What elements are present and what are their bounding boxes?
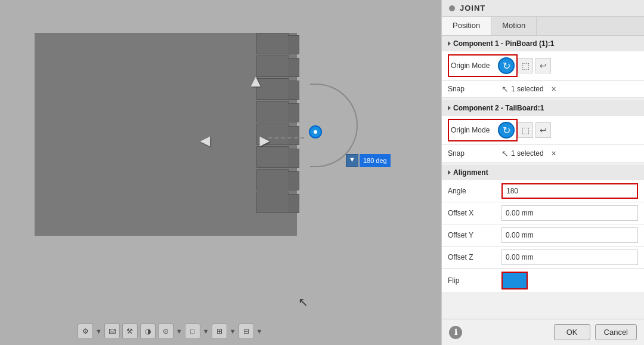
tooth-7	[256, 169, 289, 190]
panel-title-dot	[449, 5, 455, 11]
component2-snap-label: Snap	[448, 149, 501, 158]
toolbar-btn-4[interactable]: ◑	[140, 324, 156, 339]
tooth-1	[256, 33, 289, 54]
offset-z-value-container	[501, 249, 638, 265]
deg-value: 180 deg	[360, 154, 391, 167]
panel-footer: ℹ OK Cancel	[442, 319, 644, 345]
component2-cursor-icon: ↖	[501, 149, 509, 158]
tooth-8	[256, 192, 289, 213]
offset-z-input[interactable]	[501, 249, 638, 265]
component1-origin-mode-label: Origin Mode	[451, 61, 496, 70]
component1-header: Component 1 - PinBoard (1):1	[442, 36, 644, 51]
component2-origin-mode-label: Origin Mode	[451, 126, 496, 134]
component2-icon-btn-2[interactable]: ↩	[535, 122, 551, 138]
offset-y-input[interactable]	[501, 227, 638, 243]
tabs-container: Position Motion	[442, 17, 644, 36]
component1-origin-mode-btn[interactable]	[498, 57, 515, 74]
panel-title: JOINT	[460, 4, 485, 13]
component1-origin-mode-row: Origin Mode ⬚ ↩	[442, 51, 644, 81]
component1-snap-row: Snap ↖ 1 selected ×	[442, 81, 644, 98]
component1-origin-mode-box: Origin Mode	[448, 54, 518, 77]
tab-position[interactable]: Position	[442, 17, 491, 35]
tooth-4	[256, 101, 289, 122]
alignment-header: Alignment	[442, 165, 644, 180]
panel-content: Component 1 - PinBoard (1):1 Origin Mode…	[442, 36, 644, 319]
triangle-icon-2	[448, 106, 451, 110]
offset-y-row: Offset Y	[442, 224, 644, 247]
cancel-button[interactable]: Cancel	[595, 324, 637, 340]
info-button[interactable]: ℹ	[449, 326, 462, 339]
component2-origin-mode-btn[interactable]	[498, 122, 515, 138]
bottom-toolbar: ⚙ ▼ 🖂 ⚒ ◑ ⊙ ▼ □ ▼ ⊞ ▼ ⊟ ▼	[78, 324, 262, 339]
angle-label: Angle	[448, 187, 501, 195]
toolbar-btn-3[interactable]: ⚒	[122, 324, 138, 339]
toolbar-btn-2[interactable]: 🖂	[104, 324, 120, 339]
arrow-right-icon: ►	[256, 131, 273, 150]
toolbar-btn-7[interactable]: ⊞	[212, 324, 227, 339]
offset-z-row: Offset Z	[442, 247, 644, 269]
offset-x-input[interactable]	[501, 205, 638, 221]
component2-origin-mode-box: Origin Mode	[448, 119, 518, 141]
offset-x-row: Offset X	[442, 202, 644, 224]
component2-header: Component 2 - TailBoard:1	[442, 100, 644, 116]
flip-label: Flip	[448, 276, 501, 285]
component2-origin-icons: ⬚ ↩	[518, 122, 638, 138]
component1-cursor-icon: ↖	[501, 84, 509, 94]
connector-line	[268, 137, 304, 138]
angle-row: Angle	[442, 180, 644, 202]
flip-toggle-box	[501, 272, 528, 289]
cursor-icon: ↖	[298, 295, 308, 309]
flip-toggle-btn[interactable]	[503, 273, 527, 288]
angle-value-container	[501, 183, 638, 199]
component2-icon-btn-1[interactable]: ⬚	[518, 122, 533, 138]
offset-y-value-container	[501, 227, 638, 243]
offset-z-label: Offset Z	[448, 253, 501, 261]
flip-row: Flip	[442, 269, 644, 293]
panel-header: JOINT	[442, 0, 644, 17]
component1-icon-btn-2[interactable]: ↩	[535, 58, 551, 73]
angle-input[interactable]	[501, 183, 638, 199]
component1-header-text: Component 1 - PinBoard (1):1	[453, 39, 554, 48]
component2-header-text: Component 2 - TailBoard:1	[453, 104, 544, 112]
component2-snap-row: Snap ↖ 1 selected ×	[442, 145, 644, 162]
toolbar-btn-1[interactable]: ⚙	[78, 324, 93, 339]
offset-y-label: Offset Y	[448, 231, 501, 239]
component1-snap-clear-btn[interactable]: ×	[549, 84, 559, 94]
component2-origin-mode-row: Origin Mode ⬚ ↩	[442, 116, 644, 145]
offset-x-value-container	[501, 205, 638, 221]
component1-snap-selected: ↖ 1 selected ×	[501, 84, 559, 94]
ok-button[interactable]: OK	[554, 324, 590, 340]
tab-motion[interactable]: Motion	[491, 17, 537, 35]
footer-buttons: OK Cancel	[554, 324, 637, 340]
viewport: ▲ ◄ ► ▼ 180 deg ↖ ⚙ ▼ 🖂 ⚒ ◑ ⊙ ▼ □ ▼ ⊞	[0, 0, 441, 345]
arrow-left-icon: ◄	[197, 131, 213, 150]
triangle-icon-1	[448, 41, 451, 46]
component1-origin-icons: ⬚ ↩	[518, 58, 638, 73]
right-panel: JOINT Position Motion Component 1 - PinB…	[441, 0, 644, 345]
deg-dropdown[interactable]: ▼	[346, 154, 358, 167]
offset-x-label: Offset X	[448, 209, 501, 217]
component2-snap-selected: ↖ 1 selected ×	[501, 148, 559, 159]
arrow-up-icon: ▲	[247, 72, 264, 91]
degree-input-container: ▼ 180 deg	[346, 154, 391, 167]
component1-snap-label: Snap	[448, 85, 501, 93]
toolbar-btn-6[interactable]: □	[185, 324, 200, 339]
toolbar-btn-5[interactable]: ⊙	[158, 324, 174, 339]
component2-snap-value: 1 selected	[511, 149, 544, 158]
component1-snap-value: 1 selected	[511, 85, 544, 93]
toolbar-btn-8[interactable]: ⊟	[239, 324, 254, 339]
alignment-header-text: Alignment	[453, 168, 488, 177]
component2-snap-clear-btn[interactable]: ×	[549, 148, 559, 159]
triangle-icon-3	[448, 170, 451, 175]
component1-icon-btn-1[interactable]: ⬚	[518, 58, 533, 73]
